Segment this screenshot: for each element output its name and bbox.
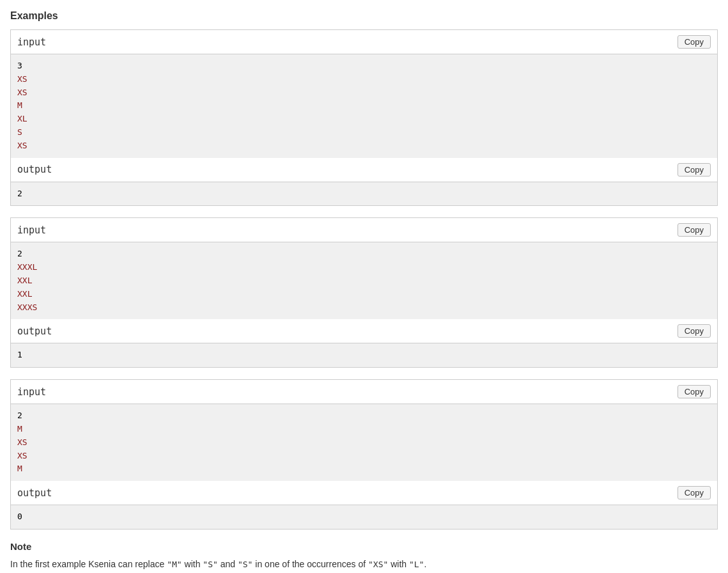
output-label-2: output: [17, 326, 52, 337]
copy-output-button-1[interactable]: Copy: [678, 163, 711, 177]
input-line: XS: [17, 450, 711, 463]
note-title: Note: [10, 541, 718, 552]
input-line: M: [17, 462, 711, 476]
output-line: 0: [17, 510, 711, 524]
input-content-3: 2 M XS XS M: [11, 404, 717, 481]
input-line: 3: [17, 59, 711, 73]
note-code: "S": [203, 560, 217, 569]
output-line: 2: [17, 187, 711, 201]
note-code: "S": [238, 560, 252, 569]
input-line: 2: [17, 247, 711, 261]
input-line: XS: [17, 436, 711, 450]
input-header-2: input Copy: [11, 218, 717, 242]
input-label-1: input: [17, 36, 46, 48]
input-line: XL: [17, 113, 711, 126]
input-line: M: [17, 423, 711, 436]
input-line: XS: [17, 86, 711, 100]
output-header-1: output Copy: [11, 158, 717, 182]
output-content-1: 2: [11, 182, 717, 206]
example-block-1: input Copy 3 XS XS M XL S XS output Copy…: [10, 29, 718, 206]
copy-output-button-3[interactable]: Copy: [678, 486, 711, 499]
output-header-3: output Copy: [11, 481, 717, 505]
input-line: 2: [17, 409, 711, 423]
output-line: 1: [17, 349, 711, 362]
page-container: Examples input Copy 3 XS XS M XL S XS ou…: [10, 10, 718, 573]
copy-output-button-2[interactable]: Copy: [678, 324, 711, 338]
note-code: "XS": [368, 560, 388, 569]
example-block-2: input Copy 2 XXXL XXL XXL XXXS output Co…: [10, 217, 718, 368]
output-content-2: 1: [11, 343, 717, 367]
output-label-1: output: [17, 164, 52, 175]
note-paragraph-1: In the first example Ksenia can replace …: [10, 557, 718, 572]
copy-input-button-1[interactable]: Copy: [678, 35, 711, 49]
input-line: XXXL: [17, 261, 711, 274]
note-code: "L": [409, 560, 424, 569]
input-line: XXXS: [17, 301, 711, 315]
input-content-2: 2 XXXL XXL XXL XXXS: [11, 242, 717, 319]
input-header-3: input Copy: [11, 380, 717, 404]
input-label-2: input: [17, 224, 46, 236]
input-line: XXL: [17, 274, 711, 288]
input-content-1: 3 XS XS M XL S XS: [11, 54, 717, 158]
input-line: XS: [17, 139, 711, 153]
input-line: M: [17, 99, 711, 113]
copy-input-button-3[interactable]: Copy: [678, 385, 711, 398]
section-title: Examples: [10, 10, 718, 22]
output-header-2: output Copy: [11, 319, 717, 343]
copy-input-button-2[interactable]: Copy: [678, 223, 711, 237]
input-line: XXL: [17, 288, 711, 301]
output-label-3: output: [17, 487, 52, 499]
input-line: S: [17, 126, 711, 139]
input-line: XS: [17, 73, 711, 86]
example-block-3: input Copy 2 M XS XS M output Copy 0: [10, 379, 718, 530]
input-header-1: input Copy: [11, 30, 717, 54]
output-content-3: 0: [11, 505, 717, 529]
note-code: "M": [167, 560, 182, 569]
input-label-3: input: [17, 386, 46, 398]
note-section: Note In the first example Ksenia can rep…: [10, 541, 718, 573]
